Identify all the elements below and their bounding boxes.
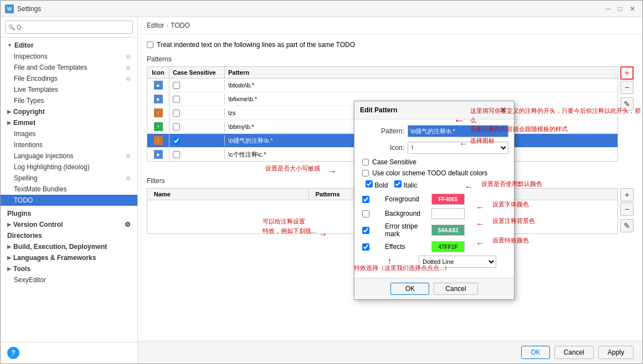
cancel-button[interactable]: Cancel [554,346,594,359]
patterns-buttons: + − ✎ [618,66,634,170]
dialog-use-color-checkbox[interactable] [362,170,369,176]
title-bar-left: W Settings [5,4,41,13]
sidebar-item-file-code-templates[interactable]: File and Code Templates ⚙ [1,62,137,73]
sidebar-item-live-templates[interactable]: Live Templates [1,84,137,95]
sidebar-section-label: Plugins [7,210,31,217]
sidebar-item-label: Inspections [14,53,48,60]
dialog-title-text: Edit Pattern [360,106,397,114]
apply-button[interactable]: Apply [598,346,634,359]
main-panel: Editor › TODO Treat indented text on the… [138,17,642,363]
fg-color-picker[interactable]: FF4065 [431,194,465,205]
sidebar-item-label: File Types [14,97,44,105]
ok-button[interactable]: OK [521,346,549,359]
edit-filter-button[interactable]: ✎ [620,219,634,232]
edit-pattern-button[interactable]: ✎ [620,97,634,111]
badge: ⚙ [126,76,131,82]
sidebar-section-copyright[interactable]: ▶ Copyright [1,106,137,117]
dialog-use-color-label: Use color scheme TODO default colors [372,169,487,177]
dialog-pattern-input[interactable] [408,125,508,137]
case-checkbox[interactable] [173,151,180,158]
bg-color-picker[interactable] [431,208,465,219]
sidebar-section-tools[interactable]: ▶ Tools [1,263,137,274]
breadcrumb-current: TODO [171,22,189,29]
col-header-pattern: Pattern [225,67,618,78]
bg-checkbox[interactable] [362,210,369,217]
sidebar-section-emmet[interactable]: ▶ Emmet [1,117,137,128]
close-button[interactable]: ✕ [627,3,638,14]
maximize-button[interactable]: □ [615,3,626,14]
title-controls: ─ □ ✕ [603,3,638,14]
sidebar-item-file-types[interactable]: File Types [1,95,137,106]
sidebar-section-plugins[interactable]: Plugins [1,208,137,219]
remove-filter-button[interactable]: − [620,202,634,216]
settings-window: W Settings ─ □ ✕ 🔍 ▼ Editor [0,0,643,364]
sidebar-section-label: Build, Execution, Deployment [13,243,107,251]
sidebar-item-log-highlighting[interactable]: Log Highlighting (Ideolog) [1,162,137,173]
search-input[interactable] [5,20,133,34]
sidebar-item-images[interactable]: Images [1,128,137,139]
sidebar-section-editor[interactable]: ▼ Editor [1,40,137,51]
add-filter-button[interactable]: + [620,188,634,201]
dialog-icon-row: Icon: ! ■ ? [360,142,508,154]
treat-indented-label: Treat indented text on the following lin… [157,41,355,49]
sidebar-item-inspections[interactable]: Inspections ⚙ [1,51,137,62]
treat-indented-checkbox[interactable] [147,41,153,48]
case-checkbox[interactable] [173,137,180,144]
sidebar-section-directories[interactable]: Directories [1,230,137,241]
dialog-effects-type-row: Dotted Line Underline Bold Underline Str… [360,256,508,268]
sidebar-item-language-injections[interactable]: Language Injections ⚙ [1,150,137,162]
error-stripe-color-picker[interactable]: 54AA83 [431,225,465,236]
badge: ⚙ [126,153,131,159]
dialog-case-checkbox[interactable] [362,159,369,165]
effects-color-value: 47FF1F [438,244,457,250]
effects-type-select[interactable]: Dotted Line Underline Bold Underline Str… [419,256,496,268]
treat-indented-row: Treat indented text on the following lin… [147,41,634,49]
case-checkbox[interactable] [173,110,180,117]
sidebar-section-build[interactable]: ▶ Build, Execution, Deployment [1,241,137,252]
dialog-icon-select[interactable]: ! ■ ? [408,142,508,154]
help-button[interactable]: ? [7,347,19,359]
effects-color-picker[interactable]: 47FF1F [431,241,465,252]
chevron-right-icon: ▶ [7,222,11,227]
sidebar-item-label: Live Templates [14,86,58,93]
pattern-icon: ? [154,122,163,131]
error-stripe-color-value: 54AA83 [438,227,459,233]
sidebar-item-sexyeditor[interactable]: SexyEditor [1,274,137,285]
effects-checkbox[interactable] [362,243,369,251]
error-stripe-checkbox[interactable] [362,227,369,234]
col-header-icon: Icon [147,67,169,78]
sidebar-item-todo[interactable]: TODO [1,195,137,206]
case-checkbox[interactable] [173,96,180,103]
dialog-body: Pattern: Icon: ! ■ ? [354,119,514,278]
remove-pattern-button[interactable]: − [620,81,634,94]
sidebar-item-file-encodings[interactable]: File Encodings ⚙ [1,73,137,84]
main-layout: 🔍 ▼ Editor Inspections ⚙ File and Code T… [1,17,642,363]
dialog-ok-button[interactable]: OK [390,283,429,295]
fg-color-value: FF4065 [439,196,457,202]
dialog-close-button[interactable]: ✕ [497,105,508,116]
sidebar-item-label: Intentions [14,141,43,149]
case-checkbox[interactable] [173,82,180,89]
bold-checkbox[interactable] [366,180,373,188]
search-bar: 🔍 [1,17,137,38]
dialog-icon-label: Icon: [360,144,404,152]
patterns-label: Patterns [147,55,634,63]
sidebar-item-spelling[interactable]: Spelling ⚙ [1,173,137,184]
sidebar-item-label: File Encodings [14,75,58,82]
fg-checkbox[interactable] [362,196,369,203]
dialog-pattern-row: Pattern: [360,125,508,137]
pattern-icon: ■ [154,95,163,103]
sidebar-item-label: TextMate Bundles [14,185,66,193]
sidebar-section-languages[interactable]: ▶ Languages & Frameworks [1,252,137,263]
sidebar-item-textmate-bundles[interactable]: TextMate Bundles [1,184,137,195]
edit-pattern-dialog: Edit Pattern ✕ Pattern: Icon: [354,101,515,300]
italic-checkbox[interactable] [394,180,402,188]
table-row[interactable]: ■ \btodo\b.* [147,79,618,92]
case-checkbox[interactable] [173,123,180,131]
dialog-cancel-button[interactable]: Cancel [434,283,477,295]
sidebar-item-intentions[interactable]: Intentions [1,139,137,150]
minimize-button[interactable]: ─ [603,3,614,14]
sidebar-item-label: Log Highlighting (Ideolog) [14,163,90,171]
add-pattern-button[interactable]: + [620,66,634,80]
sidebar-section-version-control[interactable]: ▶ Version Control ⚙ [1,219,137,230]
